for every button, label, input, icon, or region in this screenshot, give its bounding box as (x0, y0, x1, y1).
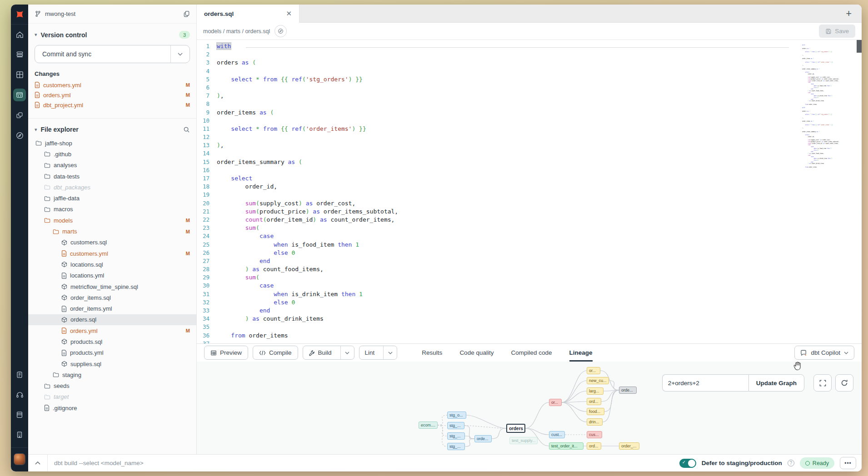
new-tab-button[interactable]: + (843, 8, 854, 19)
tree-item-metricflow-time-spine-sql[interactable]: metricflow_time_spine.sql (28, 281, 196, 292)
tree-item-locations-sql[interactable]: locations.sql (28, 259, 196, 270)
update-graph-button[interactable]: Update Graph (748, 374, 804, 392)
lineage-node-ynewcu[interactable]: new_cu... (587, 377, 609, 384)
lineage-node-cuspink[interactable]: cus... (587, 431, 602, 438)
tab-orders-sql[interactable]: orders.sql ✕ (197, 5, 299, 23)
wrench-icon (309, 350, 315, 356)
tab-code-quality[interactable]: Code quality (459, 344, 494, 362)
changed-file-row[interactable]: orders.ymlM (28, 90, 196, 100)
lineage-node-stg2[interactable]: stg_... (447, 432, 465, 440)
tree-item-order-items-yml[interactable]: order_items.yml (28, 303, 196, 314)
open-docs-button[interactable] (274, 25, 287, 37)
version-control-header[interactable]: ▾ Version control 3 (28, 24, 196, 41)
tree-item-seeds[interactable]: seeds (28, 381, 196, 392)
commit-options-dropdown[interactable] (170, 45, 190, 63)
lint-button[interactable]: Lint (359, 346, 398, 360)
refresh-graph-button[interactable] (835, 374, 853, 392)
lineage-node-ecom[interactable]: ecom.... (419, 421, 438, 429)
lineage-node-yord1[interactable]: ord... (587, 398, 601, 405)
tree-item-staging[interactable]: staging (28, 369, 196, 380)
expand-command-bar-button[interactable] (28, 461, 47, 465)
save-button[interactable]: Save (819, 25, 855, 38)
close-tab-icon[interactable]: ✕ (285, 10, 293, 18)
orchestration-icon[interactable] (11, 105, 28, 125)
tab-lineage[interactable]: Lineage (569, 344, 593, 362)
tree-item-marts[interactable]: martsM (28, 226, 196, 237)
lineage-node-stg1[interactable]: stg_... (447, 422, 464, 429)
tree-item-locations-yml[interactable]: locations.yml (28, 270, 196, 281)
lineage-selector-input[interactable] (662, 374, 748, 392)
help-info-icon[interactable]: ? (788, 460, 794, 466)
tree-item--gitignore[interactable]: .gitignore (28, 402, 196, 413)
tree-item-order-items-sql[interactable]: order_items.sql (28, 292, 196, 303)
tree-item-customers-yml[interactable]: customers.ymlM (28, 248, 196, 259)
compile-button[interactable]: Compile (253, 346, 298, 360)
lineage-node-orders[interactable]: orders (506, 424, 525, 433)
tree-item-customers-sql[interactable]: customers.sql (28, 237, 196, 248)
lineage-node-yord2[interactable]: ord... (587, 442, 601, 450)
tree-item-orders-yml[interactable]: orders.ymlM (28, 325, 196, 336)
editor-scrollbar-thumb[interactable] (857, 40, 862, 53)
dbt-copilot-button[interactable]: dbt Copilot (794, 346, 854, 360)
commit-and-sync-button[interactable]: Commit and sync (35, 45, 190, 63)
code-line: 8 (197, 100, 862, 108)
copy-branch-icon[interactable] (183, 10, 190, 17)
tree-item-analyses[interactable]: analyses (28, 160, 196, 171)
tree-item-models[interactable]: modelsM (28, 215, 196, 226)
lineage-node-ordery[interactable]: order_... (619, 442, 639, 450)
tree-item-orders-sql[interactable]: orders.sql (28, 314, 196, 325)
file-explorer-header[interactable]: ▾ File explorer (28, 119, 196, 136)
code-editor[interactable]: 1with23orders as (45 select * from {{ re… (197, 40, 862, 343)
tree-item-target[interactable]: target (28, 392, 196, 402)
notes-clipboard-icon[interactable] (11, 365, 28, 385)
tree-item-data-tests[interactable]: data-tests (28, 171, 196, 182)
ide-status-badge[interactable]: Ready (800, 457, 834, 469)
support-headset-icon[interactable] (11, 385, 28, 405)
tree-item-dbt-packages[interactable]: dbt_packages (28, 182, 196, 193)
user-avatar[interactable] (14, 453, 25, 465)
environments-icon[interactable] (11, 45, 28, 64)
home-icon[interactable] (11, 25, 28, 45)
build-options-dropdown[interactable] (340, 346, 354, 359)
command-input[interactable]: dbt build --select <model_name> (54, 460, 144, 466)
tree-item-jaffle-shop[interactable]: jaffle-shop (28, 138, 196, 149)
lineage-node-orpink[interactable]: or... (549, 399, 562, 406)
lineage-node-tsupply[interactable]: test_supply... (509, 437, 538, 444)
lineage-node-ordeb[interactable]: orde... (474, 435, 492, 442)
save-label: Save (835, 28, 849, 35)
apps-grid-icon[interactable] (11, 64, 28, 84)
compile-label: Compile (269, 349, 292, 356)
tree-item-products-sql[interactable]: products.sql (28, 336, 196, 347)
explore-compass-icon[interactable] (11, 125, 28, 145)
lineage-node-yor[interactable]: or... (587, 367, 600, 374)
defer-toggle[interactable]: ✓ (679, 459, 696, 468)
changed-file-row[interactable]: dbt_project.ymlM (28, 100, 196, 110)
lint-options-dropdown[interactable] (383, 346, 397, 359)
dbt-logo[interactable] (11, 5, 28, 25)
lineage-node-cust[interactable]: cust... (549, 431, 565, 438)
fullscreen-button[interactable] (813, 374, 832, 392)
tree-item-jaffle-data[interactable]: jaffle-data (28, 193, 196, 203)
tree-item--github[interactable]: .github (28, 149, 196, 159)
more-options-button[interactable]: ••• (840, 457, 856, 469)
tree-item-supplies-sql[interactable]: supplies.sql (28, 358, 196, 369)
lineage-node-ylarg[interactable]: larg... (587, 387, 604, 395)
lineage-node-stg3[interactable]: stg_... (447, 443, 465, 450)
tab-compiled-code[interactable]: Compiled code (511, 344, 552, 362)
branch-row[interactable]: mwong-test (28, 5, 196, 24)
tab-results[interactable]: Results (422, 344, 442, 362)
develop-icon[interactable] (11, 84, 28, 105)
changed-file-row[interactable]: customers.ymlM (28, 80, 196, 90)
lineage-node-stg0[interactable]: stg_o... (447, 412, 466, 419)
preview-button[interactable]: Preview (204, 346, 248, 360)
build-button[interactable]: Build (303, 346, 354, 360)
lineage-node-ordegray[interactable]: orde... (619, 387, 637, 394)
search-icon[interactable] (183, 126, 190, 133)
organization-building-icon[interactable] (11, 425, 28, 445)
lineage-node-testoi[interactable]: test_order_it... (549, 442, 584, 450)
tree-item-macros[interactable]: macros (28, 204, 196, 215)
lineage-node-yfood[interactable]: food... (587, 408, 604, 415)
tree-item-products-yml[interactable]: products.yml (28, 347, 196, 358)
docs-journal-icon[interactable] (11, 405, 28, 425)
lineage-node-ydrin[interactable]: drin... (587, 418, 603, 426)
